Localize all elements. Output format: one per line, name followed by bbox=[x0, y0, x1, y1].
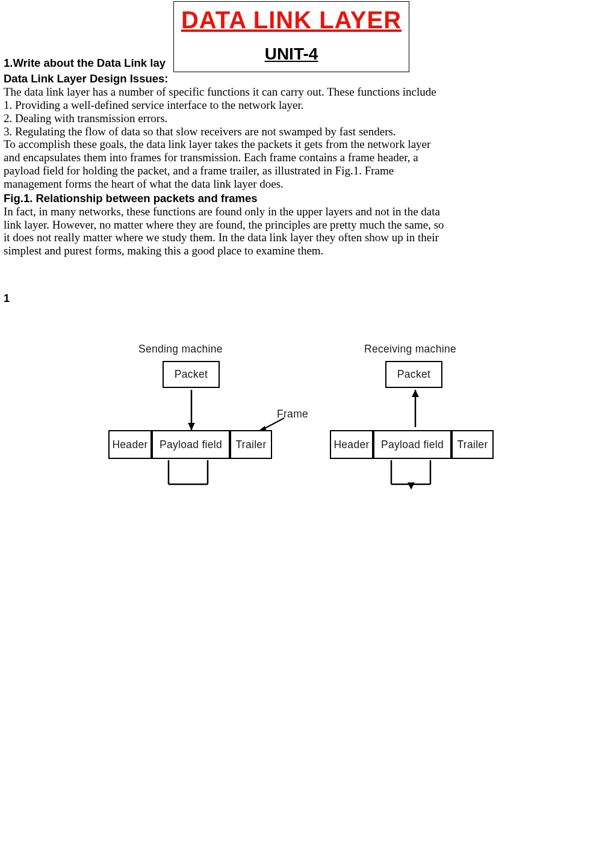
body-text: it does not really matter where we study… bbox=[4, 231, 610, 244]
unit-label: UNIT-4 bbox=[174, 45, 409, 64]
diagram-label-sending: Sending machine bbox=[138, 343, 223, 356]
page-number: 1 bbox=[4, 292, 610, 305]
body-text: payload field for holding the packet, an… bbox=[4, 164, 610, 177]
figure-heading: Fig.1. Relationship between packets and … bbox=[4, 192, 610, 205]
diagram-packet-left: Packet bbox=[175, 368, 208, 381]
section-heading: Data Link Layer Design Issues: bbox=[4, 72, 610, 85]
main-title: DATA LINK LAYER bbox=[174, 7, 409, 34]
svg-marker-12 bbox=[408, 482, 415, 490]
diagram-frame-label: Frame bbox=[277, 408, 308, 420]
body-text: 2. Dealing with transmission errors. bbox=[4, 112, 610, 125]
svg-marker-1 bbox=[188, 423, 195, 430]
body-text: In fact, in many networks, these functio… bbox=[4, 205, 610, 218]
figure-diagram: Sending machine Receiving machine Packet… bbox=[90, 337, 524, 511]
body-text: simplest and purest forms, making this a… bbox=[4, 244, 610, 257]
diagram-label-receiving: Receiving machine bbox=[364, 343, 456, 356]
diagram-header-right: Header bbox=[333, 439, 369, 451]
body-text: link layer. However, no matter where the… bbox=[4, 218, 610, 232]
body-text: management forms the heart of what the d… bbox=[4, 177, 610, 191]
body-text: and encapsulates them into frames for tr… bbox=[4, 151, 610, 164]
body-text: The data link layer has a number of spec… bbox=[4, 85, 610, 99]
diagram-header-left: Header bbox=[112, 439, 147, 451]
body-text: 3. Regulating the flow of data so that s… bbox=[4, 125, 610, 138]
diagram-packet-right: Packet bbox=[397, 368, 430, 381]
diagram-trailer-right: Trailer bbox=[457, 439, 488, 451]
title-box: DATA LINK LAYER UNIT-4 bbox=[173, 1, 409, 72]
diagram-svg bbox=[90, 337, 524, 511]
body-text: 1. Providing a well-defined service inte… bbox=[4, 99, 610, 112]
svg-marker-8 bbox=[412, 390, 419, 397]
diagram-payload-right: Payload field bbox=[381, 439, 444, 451]
diagram-payload-left: Payload field bbox=[160, 439, 222, 451]
diagram-trailer-left: Trailer bbox=[235, 439, 266, 451]
body-text: To accomplish these goals, the data link… bbox=[4, 138, 610, 151]
